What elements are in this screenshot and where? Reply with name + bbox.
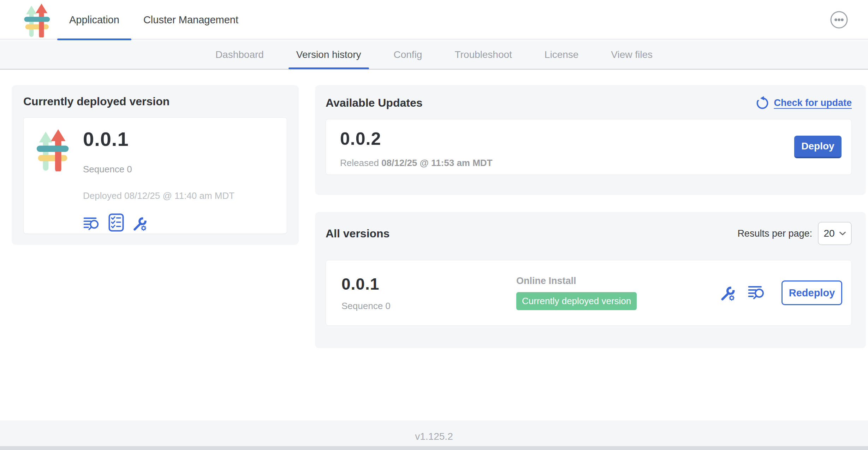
row-sequence-label: Sequence 0 xyxy=(341,301,516,312)
deployed-timestamp: Deployed 08/12/25 @ 11:40 am MDT xyxy=(83,190,234,201)
results-per-page-value: 20 xyxy=(824,228,834,239)
preflight-checks-icon xyxy=(108,213,124,232)
results-per-page: Results per page: 20 xyxy=(737,222,852,245)
subnav-tab-troubleshoot[interactable]: Troubleshoot xyxy=(454,40,512,69)
row-edit-config-button[interactable] xyxy=(719,284,737,302)
subnav-tab-view-files[interactable]: View files xyxy=(611,40,653,69)
app-icon xyxy=(36,128,72,171)
release-notes-button[interactable] xyxy=(83,216,101,232)
released-date: 08/12/25 @ 11:53 am MDT xyxy=(381,158,492,168)
subnav-tab-license[interactable]: License xyxy=(545,40,579,69)
results-per-page-label: Results per page: xyxy=(737,228,812,239)
subnav-tab-view-files-label: View files xyxy=(611,49,653,60)
available-updates-panel: Available Updates Check for update 0.0.2… xyxy=(315,85,866,195)
deployed-version-actions xyxy=(83,213,234,232)
footer-strip xyxy=(0,446,868,450)
subnav-tab-version-history[interactable]: Version history xyxy=(296,40,361,69)
console-version: v1.125.2 xyxy=(415,431,453,442)
ellipsis-circle-icon xyxy=(830,11,848,29)
available-updates-title: Available Updates xyxy=(326,96,422,109)
deploy-button[interactable]: Deploy xyxy=(794,136,842,158)
subnav-tab-troubleshoot-label: Troubleshoot xyxy=(454,49,512,60)
tab-cluster-management[interactable]: Cluster Management xyxy=(131,0,250,40)
tab-cluster-management-label: Cluster Management xyxy=(143,14,238,26)
available-updates-header: Available Updates Check for update xyxy=(326,96,852,110)
app-subnav: Dashboard Version history Config Trouble… xyxy=(0,40,868,70)
app-logo-icon xyxy=(23,3,53,37)
refresh-icon xyxy=(755,96,769,110)
subnav-tab-version-history-label: Version history xyxy=(296,49,361,60)
subnav-tab-config-label: Config xyxy=(394,49,422,60)
row-release-notes-button[interactable] xyxy=(748,285,766,301)
deployed-version-number: 0.0.1 xyxy=(83,128,234,150)
preflight-checks-button[interactable] xyxy=(108,213,124,232)
subnav-tab-license-label: License xyxy=(545,49,579,60)
tab-application-label: Application xyxy=(69,14,119,26)
release-notes-icon xyxy=(748,285,766,301)
edit-config-icon xyxy=(719,284,737,302)
overflow-menu-button[interactable] xyxy=(830,11,848,29)
results-per-page-select[interactable]: 20 xyxy=(818,222,852,245)
redeploy-button[interactable]: Redeploy xyxy=(781,280,842,305)
release-notes-icon xyxy=(83,216,101,232)
version-row-summary: 0.0.1 Sequence 0 xyxy=(341,274,516,312)
deployed-sequence-label: Sequence 0 xyxy=(83,164,234,175)
all-versions-header: All versions Results per page: 20 xyxy=(326,222,852,245)
update-version-number: 0.0.2 xyxy=(340,129,837,149)
edit-config-icon xyxy=(132,215,149,232)
top-nav: Application Cluster Management xyxy=(0,0,868,40)
top-nav-tabs: Application Cluster Management xyxy=(57,0,250,40)
deployed-version-details: 0.0.1 Sequence 0 Deployed 08/12/25 @ 11:… xyxy=(83,128,234,224)
version-row-actions: Redeploy xyxy=(719,280,842,305)
currently-deployed-title: Currently deployed version xyxy=(23,95,287,108)
version-row: 0.0.1 Sequence 0 Online Install Currentl… xyxy=(326,260,852,326)
subnav-tab-config[interactable]: Config xyxy=(394,40,422,69)
deployed-badge: Currently deployed version xyxy=(516,292,637,310)
released-prefix: Released xyxy=(340,158,379,168)
all-versions-panel: All versions Results per page: 20 0.0.1 … xyxy=(315,212,866,348)
released-timestamp: Released 08/12/25 @ 11:53 am MDT xyxy=(340,158,837,168)
currently-deployed-panel: Currently deployed version 0.0.1 Sequenc… xyxy=(12,85,299,245)
subnav-tab-dashboard-label: Dashboard xyxy=(215,49,264,60)
check-for-update-label: Check for update xyxy=(774,97,852,108)
deployed-version-card: 0.0.1 Sequence 0 Deployed 08/12/25 @ 11:… xyxy=(23,117,287,234)
tab-application[interactable]: Application xyxy=(57,0,131,40)
update-card: 0.0.2 Released 08/12/25 @ 11:53 am MDT D… xyxy=(326,119,852,175)
version-row-status: Online Install Currently deployed versio… xyxy=(516,276,719,310)
row-version-number: 0.0.1 xyxy=(341,274,516,294)
install-type: Online Install xyxy=(516,276,719,286)
footer: v1.125.2 xyxy=(0,420,868,450)
all-versions-title: All versions xyxy=(326,227,390,240)
check-for-update-link[interactable]: Check for update xyxy=(755,96,852,110)
edit-config-button[interactable] xyxy=(132,215,149,232)
chevron-down-icon xyxy=(839,231,846,236)
subnav-tabs: Dashboard Version history Config Trouble… xyxy=(0,40,868,69)
admin-console-page: Application Cluster Management Dashboard… xyxy=(0,0,868,450)
subnav-tab-dashboard[interactable]: Dashboard xyxy=(215,40,264,69)
